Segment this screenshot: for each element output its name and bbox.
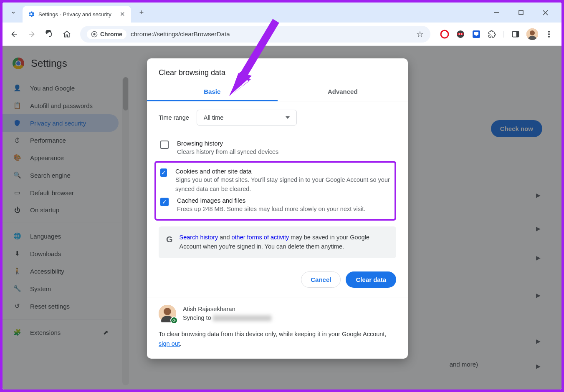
side-panel-icon[interactable] bbox=[511, 29, 521, 39]
cancel-button[interactable]: Cancel bbox=[301, 271, 341, 288]
cookies-desc: Signs you out of most sites. You'll stay… bbox=[175, 176, 390, 194]
checkbox-browsing-history[interactable] bbox=[160, 141, 169, 149]
dropdown-arrow-icon bbox=[286, 116, 290, 119]
svg-point-17 bbox=[548, 31, 550, 33]
browser-titlebar: Settings - Privacy and security ✕ + bbox=[3, 3, 561, 23]
clear-data-button[interactable]: Clear data bbox=[346, 271, 396, 288]
close-tab-icon[interactable]: ✕ bbox=[119, 10, 126, 18]
svg-point-6 bbox=[441, 30, 448, 38]
svg-point-5 bbox=[93, 33, 95, 35]
home-button[interactable] bbox=[59, 27, 74, 42]
maximize-button[interactable] bbox=[513, 6, 529, 19]
checkbox-cache[interactable]: ✓ bbox=[160, 198, 169, 206]
reload-button[interactable] bbox=[42, 27, 57, 42]
svg-rect-8 bbox=[458, 33, 463, 35]
settings-gear-icon bbox=[28, 10, 35, 18]
extensions-puzzle-icon[interactable] bbox=[487, 29, 497, 39]
site-chip[interactable]: Chrome bbox=[87, 29, 126, 39]
new-tab-button[interactable]: + bbox=[135, 6, 148, 19]
profile-avatar[interactable] bbox=[526, 28, 538, 40]
svg-rect-1 bbox=[519, 10, 523, 15]
tab-basic[interactable]: Basic bbox=[147, 82, 278, 101]
extension-opera-icon[interactable] bbox=[440, 29, 450, 39]
browsing-history-title: Browsing history bbox=[177, 140, 278, 147]
chrome-menu-icon[interactable] bbox=[544, 29, 554, 39]
extension-ninja-icon[interactable] bbox=[455, 29, 465, 39]
browser-toolbar: Chrome chrome://settings/clearBrowserDat… bbox=[3, 23, 561, 46]
tab-search-dropdown[interactable] bbox=[6, 5, 21, 20]
chrome-icon bbox=[91, 31, 98, 38]
sign-out-note: To clear browsing data from this device … bbox=[159, 329, 396, 349]
sync-badge-icon: ⟳ bbox=[170, 317, 178, 324]
forward-button[interactable] bbox=[24, 27, 39, 42]
sync-user-name: Atish Rajasekharan bbox=[183, 305, 271, 314]
close-window-button[interactable] bbox=[537, 6, 553, 19]
browser-tab[interactable]: Settings - Privacy and security ✕ bbox=[23, 6, 131, 23]
cache-desc: Frees up 248 MB. Some sites may load mor… bbox=[177, 205, 365, 214]
google-account-info: G Search history and other forms of acti… bbox=[159, 226, 396, 258]
svg-point-10 bbox=[461, 33, 462, 35]
cache-title: Cached images and files bbox=[177, 197, 365, 204]
svg-rect-13 bbox=[516, 31, 519, 37]
timerange-label: Time range bbox=[159, 114, 189, 121]
cookies-title: Cookies and other site data bbox=[175, 168, 390, 175]
other-activity-link[interactable]: other forms of activity bbox=[232, 234, 289, 241]
svg-point-9 bbox=[458, 33, 460, 35]
search-history-link[interactable]: Search history bbox=[180, 234, 218, 241]
svg-point-18 bbox=[548, 33, 550, 35]
svg-point-15 bbox=[530, 30, 535, 35]
minimize-button[interactable] bbox=[489, 6, 505, 19]
browsing-history-desc: Clears history from all synced devices bbox=[177, 148, 278, 157]
timerange-select[interactable]: All time bbox=[197, 110, 297, 126]
svg-point-21 bbox=[164, 308, 171, 315]
url-text: chrome://settings/clearBrowserData bbox=[131, 30, 412, 38]
tab-advanced[interactable]: Advanced bbox=[278, 82, 408, 101]
back-button[interactable] bbox=[7, 27, 22, 42]
address-bar[interactable]: Chrome chrome://settings/clearBrowserDat… bbox=[80, 26, 430, 43]
checkbox-cookies[interactable]: ✓ bbox=[160, 168, 167, 177]
google-g-icon: G bbox=[166, 233, 173, 251]
annotation-highlight: ✓ Cookies and other site data Signs you … bbox=[154, 161, 396, 221]
sign-out-link[interactable]: sign out bbox=[159, 340, 180, 347]
redacted-email bbox=[213, 315, 271, 321]
bookmark-star-icon[interactable]: ☆ bbox=[416, 29, 424, 39]
svg-point-19 bbox=[548, 36, 550, 38]
clear-browsing-data-dialog: Clear browsing data Basic Advanced Time … bbox=[147, 58, 408, 359]
user-avatar: ⟳ bbox=[159, 305, 176, 322]
tab-title: Settings - Privacy and security bbox=[38, 11, 115, 18]
extension-bitwarden-icon[interactable] bbox=[471, 29, 481, 39]
dialog-title: Clear browsing data bbox=[147, 58, 408, 82]
